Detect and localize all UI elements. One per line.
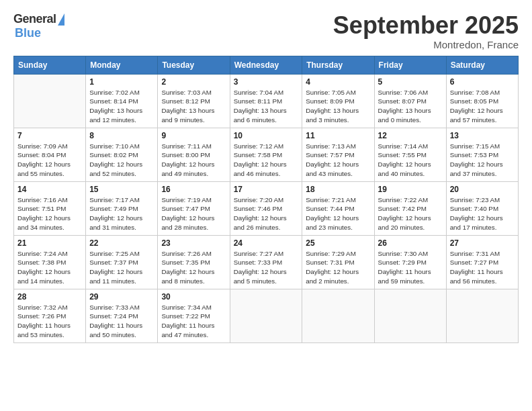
day-number: 12 [378,131,443,140]
day-number: 25 [306,238,370,248]
calendar-cell: 15Sunrise: 7:17 AM Sunset: 7:49 PM Dayli… [86,181,158,235]
day-number: 18 [306,185,370,194]
calendar-cell: 20Sunrise: 7:23 AM Sunset: 7:40 PM Dayli… [446,181,518,235]
calendar-cell: 27Sunrise: 7:31 AM Sunset: 7:27 PM Dayli… [446,235,518,289]
day-number: 3 [234,77,299,87]
calendar-cell: 21Sunrise: 7:24 AM Sunset: 7:38 PM Dayli… [14,235,86,289]
calendar-week-row: 21Sunrise: 7:24 AM Sunset: 7:38 PM Dayli… [14,235,519,289]
day-detail: Sunrise: 7:09 AM Sunset: 8:04 PM Dayligh… [17,142,82,179]
day-number: 17 [234,185,299,194]
calendar-cell: 1Sunrise: 7:02 AM Sunset: 8:14 PM Daylig… [86,74,158,128]
day-number: 16 [161,185,226,194]
day-detail: Sunrise: 7:23 AM Sunset: 7:40 PM Dayligh… [450,195,515,232]
day-number: 9 [161,131,226,140]
day-detail: Sunrise: 7:16 AM Sunset: 7:51 PM Dayligh… [17,195,82,232]
day-number: 2 [161,77,226,87]
title-block: September 2025 Montredon, France [333,12,519,50]
col-header-sunday: Sunday [14,56,86,74]
day-number: 26 [378,238,443,248]
day-number: 8 [89,131,154,140]
day-detail: Sunrise: 7:33 AM Sunset: 7:24 PM Dayligh… [89,303,154,340]
col-header-tuesday: Tuesday [158,56,230,74]
logo-general-text: General [13,12,56,26]
logo-blue-text: Blue [15,26,41,40]
calendar-cell: 23Sunrise: 7:26 AM Sunset: 7:35 PM Dayli… [158,235,230,289]
calendar-cell: 7Sunrise: 7:09 AM Sunset: 8:04 PM Daylig… [14,128,86,181]
calendar-cell: 4Sunrise: 7:05 AM Sunset: 8:09 PM Daylig… [302,74,374,128]
calendar-cell: 26Sunrise: 7:30 AM Sunset: 7:29 PM Dayli… [374,235,446,289]
col-header-monday: Monday [86,56,158,74]
calendar-cell: 10Sunrise: 7:12 AM Sunset: 7:58 PM Dayli… [230,128,302,181]
day-number: 13 [450,131,515,140]
day-detail: Sunrise: 7:21 AM Sunset: 7:44 PM Dayligh… [306,195,370,232]
calendar-cell [14,74,86,128]
calendar-title: September 2025 [333,12,519,39]
calendar-cell: 6Sunrise: 7:08 AM Sunset: 8:05 PM Daylig… [446,74,518,128]
day-detail: Sunrise: 7:03 AM Sunset: 8:12 PM Dayligh… [161,88,226,125]
calendar-cell: 29Sunrise: 7:33 AM Sunset: 7:24 PM Dayli… [86,289,158,342]
day-detail: Sunrise: 7:08 AM Sunset: 8:05 PM Dayligh… [450,88,515,125]
day-detail: Sunrise: 7:24 AM Sunset: 7:38 PM Dayligh… [17,249,82,286]
day-detail: Sunrise: 7:05 AM Sunset: 8:09 PM Dayligh… [306,88,370,125]
header: General Blue September 2025 Montredon, F… [13,12,519,50]
day-number: 15 [89,185,154,194]
day-number: 20 [450,185,515,194]
calendar-week-row: 14Sunrise: 7:16 AM Sunset: 7:51 PM Dayli… [14,181,519,235]
day-number: 4 [306,77,370,87]
col-header-friday: Friday [374,56,446,74]
day-detail: Sunrise: 7:30 AM Sunset: 7:29 PM Dayligh… [378,249,443,286]
day-detail: Sunrise: 7:10 AM Sunset: 8:02 PM Dayligh… [89,142,154,179]
day-detail: Sunrise: 7:20 AM Sunset: 7:46 PM Dayligh… [234,195,299,232]
calendar-week-row: 1Sunrise: 7:02 AM Sunset: 8:14 PM Daylig… [14,74,519,128]
day-number: 6 [450,77,515,87]
day-number: 19 [378,185,443,194]
day-number: 27 [450,238,515,248]
day-detail: Sunrise: 7:13 AM Sunset: 7:57 PM Dayligh… [306,142,370,179]
calendar-header-row: Sunday Monday Tuesday Wednesday Thursday… [14,56,519,74]
calendar-cell: 11Sunrise: 7:13 AM Sunset: 7:57 PM Dayli… [302,128,374,181]
day-number: 5 [378,77,443,87]
day-detail: Sunrise: 7:29 AM Sunset: 7:31 PM Dayligh… [306,249,370,286]
calendar-cell [374,289,446,342]
day-number: 24 [234,238,299,248]
col-header-thursday: Thursday [302,56,374,74]
calendar-cell: 17Sunrise: 7:20 AM Sunset: 7:46 PM Dayli… [230,181,302,235]
day-number: 7 [17,131,82,140]
calendar-cell: 14Sunrise: 7:16 AM Sunset: 7:51 PM Dayli… [14,181,86,235]
day-number: 1 [89,77,154,87]
calendar-cell: 28Sunrise: 7:32 AM Sunset: 7:26 PM Dayli… [14,289,86,342]
calendar-cell: 25Sunrise: 7:29 AM Sunset: 7:31 PM Dayli… [302,235,374,289]
calendar-cell: 24Sunrise: 7:27 AM Sunset: 7:33 PM Dayli… [230,235,302,289]
calendar-cell [302,289,374,342]
calendar-cell: 2Sunrise: 7:03 AM Sunset: 8:12 PM Daylig… [158,74,230,128]
day-detail: Sunrise: 7:12 AM Sunset: 7:58 PM Dayligh… [234,142,299,179]
calendar-cell: 16Sunrise: 7:19 AM Sunset: 7:47 PM Dayli… [158,181,230,235]
calendar-cell [446,289,518,342]
day-number: 11 [306,131,370,140]
col-header-saturday: Saturday [446,56,518,74]
calendar-cell [230,289,302,342]
day-detail: Sunrise: 7:14 AM Sunset: 7:55 PM Dayligh… [378,142,443,179]
day-detail: Sunrise: 7:22 AM Sunset: 7:42 PM Dayligh… [378,195,443,232]
calendar-cell: 19Sunrise: 7:22 AM Sunset: 7:42 PM Dayli… [374,181,446,235]
calendar-cell: 18Sunrise: 7:21 AM Sunset: 7:44 PM Dayli… [302,181,374,235]
day-number: 22 [89,238,154,248]
logo-triangle-icon [58,13,64,26]
calendar-cell: 22Sunrise: 7:25 AM Sunset: 7:37 PM Dayli… [86,235,158,289]
day-detail: Sunrise: 7:27 AM Sunset: 7:33 PM Dayligh… [234,249,299,286]
page: General Blue September 2025 Montredon, F… [0,0,532,411]
day-detail: Sunrise: 7:11 AM Sunset: 8:00 PM Dayligh… [161,142,226,179]
day-number: 30 [161,292,226,302]
day-detail: Sunrise: 7:02 AM Sunset: 8:14 PM Dayligh… [89,88,154,125]
day-number: 29 [89,292,154,302]
calendar-cell: 30Sunrise: 7:34 AM Sunset: 7:22 PM Dayli… [158,289,230,342]
day-detail: Sunrise: 7:26 AM Sunset: 7:35 PM Dayligh… [161,249,226,286]
calendar-table: Sunday Monday Tuesday Wednesday Thursday… [13,56,519,343]
day-number: 14 [17,185,82,194]
logo: General Blue [13,12,64,40]
day-number: 21 [17,238,82,248]
calendar-week-row: 7Sunrise: 7:09 AM Sunset: 8:04 PM Daylig… [14,128,519,181]
calendar-cell: 9Sunrise: 7:11 AM Sunset: 8:00 PM Daylig… [158,128,230,181]
day-number: 10 [234,131,299,140]
day-detail: Sunrise: 7:19 AM Sunset: 7:47 PM Dayligh… [161,195,226,232]
